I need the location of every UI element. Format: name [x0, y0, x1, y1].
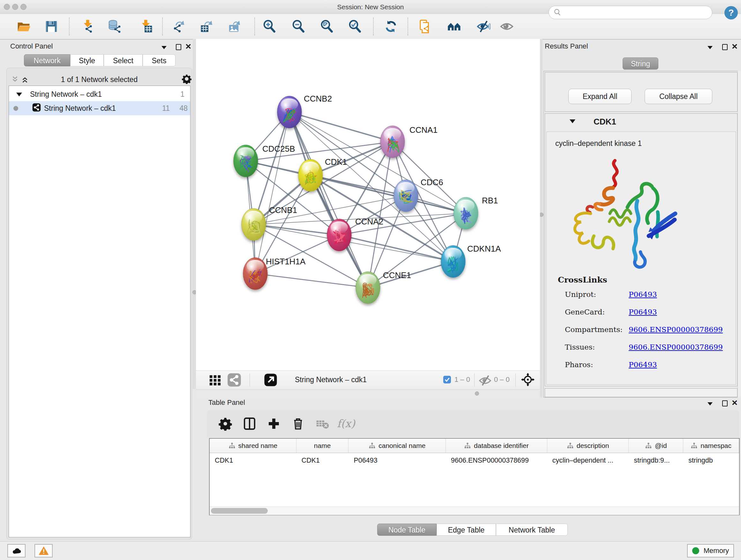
cloud-button[interactable]	[7, 544, 25, 557]
open-in-window-icon[interactable]	[264, 373, 278, 387]
network-edge[interactable]	[255, 273, 368, 288]
zoom-fit-content-icon[interactable]	[320, 19, 334, 34]
warning-button[interactable]	[35, 544, 53, 557]
network-row[interactable]: String Network – cdk1 11 48	[9, 101, 190, 115]
network-edge[interactable]	[255, 112, 289, 273]
column-header-@id[interactable]: @id	[629, 439, 683, 453]
results-panel-collapse-icon[interactable]	[707, 45, 713, 50]
network-tree: String Network – cdk1 1 String Network –…	[9, 85, 191, 537]
network-node[interactable]: CCNA1	[381, 125, 437, 158]
tab-style[interactable]: Style	[70, 54, 104, 66]
function-builder-icon[interactable]: f(x)	[337, 417, 355, 430]
horizontal-splitter[interactable]	[196, 389, 540, 397]
collection-expand-icon[interactable]	[16, 90, 22, 99]
expand-all-button[interactable]: Expand All	[568, 89, 631, 104]
network-collection-row[interactable]: String Network – cdk1 1	[9, 87, 190, 101]
import-table-from-file-icon[interactable]	[139, 19, 153, 34]
table-panel-close-icon[interactable]: ✕	[731, 400, 738, 406]
horizontal-splitter-handle[interactable]	[475, 391, 479, 395]
import-network-from-file-icon[interactable]	[81, 19, 95, 34]
search-input[interactable]	[562, 9, 700, 17]
results-panel-scrollbar[interactable]	[738, 71, 741, 397]
control-panel-close-icon[interactable]: ✕	[185, 44, 192, 50]
network-edge[interactable]	[289, 112, 393, 142]
results-panel-close-icon[interactable]: ✕	[731, 44, 738, 50]
delete-column-icon[interactable]	[291, 417, 305, 431]
tab-edge-table[interactable]: Edge Table	[436, 523, 496, 536]
tab-node-table[interactable]: Node Table	[377, 523, 436, 536]
zoom-out-icon[interactable]	[292, 19, 306, 34]
node-gloss	[237, 147, 254, 159]
import-network-from-database-icon[interactable]	[108, 19, 122, 34]
network-edge[interactable]	[255, 235, 339, 273]
table-horizontal-scrollbar[interactable]	[210, 506, 739, 515]
selected-checkbox-icon[interactable]	[443, 376, 451, 383]
collapse-all-button[interactable]: Collapse All	[645, 89, 712, 104]
column-header-description[interactable]: description	[547, 439, 629, 453]
table-gear-icon[interactable]	[218, 417, 232, 431]
warning-icon	[39, 546, 49, 555]
crosslink-row: GeneCard:P06493	[565, 308, 737, 325]
control-panel-float-icon[interactable]	[176, 44, 181, 50]
network-node[interactable]: HIST1H1A	[243, 257, 306, 290]
crosslink-row: Pharos:P06493	[565, 361, 737, 378]
column-header-canonical-name[interactable]: canonical name	[348, 439, 446, 453]
table-cell: CDK1	[210, 456, 296, 464]
tab-select[interactable]: Select	[104, 54, 143, 66]
crosslink-link[interactable]: P06493	[629, 290, 657, 299]
column-header-namespac[interactable]: namespac	[683, 439, 739, 453]
crosslink-link[interactable]: 9606.ENSP00000378699	[629, 325, 723, 334]
show-columns-icon[interactable]	[243, 417, 257, 431]
network-node[interactable]: CDKN1A	[441, 244, 501, 277]
open-session-icon[interactable]	[17, 19, 30, 34]
memory-label: Memory	[704, 547, 729, 555]
first-neighbors-icon[interactable]	[447, 19, 461, 34]
refresh-icon[interactable]	[384, 19, 398, 34]
crosslink-link[interactable]: P06493	[629, 361, 657, 369]
clone-network-icon[interactable]	[419, 19, 433, 34]
control-panel-collapse-icon[interactable]	[161, 45, 167, 50]
table-panel-float-icon[interactable]	[722, 400, 728, 407]
tab-string[interactable]: String	[623, 57, 658, 70]
export-image-icon[interactable]	[227, 19, 242, 34]
save-session-icon[interactable]	[44, 19, 58, 34]
column-header-name[interactable]: name	[296, 439, 349, 453]
crosslink-link[interactable]: 9606.ENSP00000378699	[629, 343, 723, 351]
create-column-icon[interactable]	[267, 417, 281, 431]
zoom-selected-icon[interactable]	[348, 19, 362, 34]
tab-sets[interactable]: Sets	[143, 54, 176, 66]
right-splitter[interactable]	[540, 39, 542, 397]
table-scrollbar-thumb[interactable]	[211, 508, 268, 514]
column-header-shared-name[interactable]: shared name	[210, 439, 296, 453]
column-header-database-identifier[interactable]: database identifier	[446, 439, 547, 453]
table-panel-collapse-icon[interactable]	[707, 401, 713, 406]
zoom-in-icon[interactable]	[263, 19, 277, 34]
search-box[interactable]	[549, 6, 712, 19]
network-node[interactable]: RB1	[454, 196, 498, 229]
birdseye-crosshair-icon[interactable]	[521, 373, 535, 387]
preview-eye-icon[interactable]	[500, 19, 514, 34]
memory-button[interactable]: Memory	[687, 544, 734, 557]
network-edge[interactable]	[339, 235, 453, 261]
gene-section-collapse-icon[interactable]	[569, 119, 576, 124]
delete-table-icon[interactable]	[315, 417, 329, 431]
results-panel-float-icon[interactable]	[722, 44, 728, 50]
tab-network[interactable]: Network	[24, 54, 70, 66]
left-splitter[interactable]	[193, 39, 196, 389]
export-table-icon[interactable]	[200, 19, 214, 34]
network-node[interactable]: CDC25B	[233, 144, 295, 177]
network-badge-icon[interactable]	[227, 373, 241, 387]
export-network-icon[interactable]	[172, 19, 186, 34]
node-table: shared namenamecanonical namedatabase id…	[209, 438, 740, 515]
crosslink-link[interactable]: P06493	[629, 308, 657, 316]
network-edge[interactable]	[254, 225, 339, 235]
table-row[interactable]: CDK1CDK1P064939606.ENSP00000378699cyclin…	[210, 453, 739, 468]
grid-view-icon[interactable]	[208, 373, 222, 387]
tab-network-table[interactable]: Network Table	[496, 523, 568, 536]
network-panel-gear-icon[interactable]	[182, 74, 192, 85]
network-canvas[interactable]: CCNB2CCNA1CDC25BCDK1CDC6RB1CCNB1CCNA2CDK…	[196, 39, 540, 370]
show-hide-graphics-icon[interactable]	[476, 19, 490, 34]
network-node[interactable]: CCNE1	[356, 270, 411, 304]
hidden-eye-slash-icon[interactable]	[478, 373, 492, 387]
help-button[interactable]: ?	[724, 6, 738, 19]
